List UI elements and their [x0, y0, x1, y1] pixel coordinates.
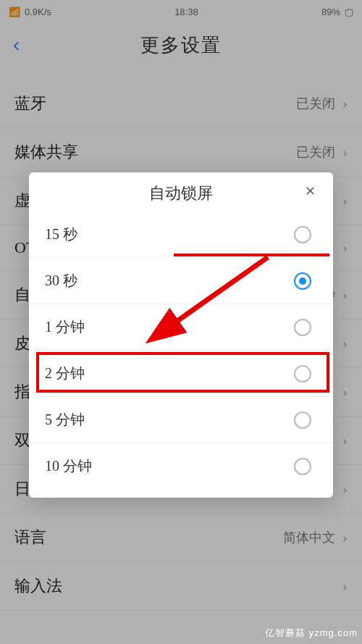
chevron-right-icon: › — [342, 94, 348, 113]
chevron-right-icon: › — [342, 285, 348, 304]
option-label: 10 分钟 — [45, 456, 92, 476]
auto-lock-option[interactable]: 10 分钟 — [29, 443, 333, 489]
dialog-title: 自动锁屏 ✕ — [29, 172, 333, 212]
nav-bar: ‹ 更多设置 — [0, 23, 362, 67]
auto-lock-option[interactable]: 5 分钟 — [29, 396, 333, 443]
chevron-right-icon: › — [342, 191, 348, 210]
option-label: 1 分钟 — [45, 317, 85, 337]
signal-icon: 📶 — [9, 7, 20, 17]
chevron-right-icon: › — [342, 382, 348, 401]
auto-lock-option[interactable]: 15 秒 — [29, 212, 333, 257]
auto-lock-option[interactable]: 30 秒 — [29, 257, 333, 304]
radio-icon[interactable] — [294, 272, 311, 290]
status-bar: 📶 0.9K/s 18:38 89% ▢ — [0, 0, 362, 23]
page-title: 更多设置 — [140, 33, 222, 58]
status-battery: 89% — [321, 7, 340, 17]
settings-row[interactable]: 蓝牙已关闭› — [0, 80, 362, 128]
auto-lock-option[interactable]: 1 分钟 — [29, 304, 333, 350]
row-label: 蓝牙 — [14, 93, 46, 114]
radio-icon[interactable] — [294, 319, 311, 336]
row-value: 简体中文 — [283, 529, 335, 546]
radio-icon[interactable] — [294, 458, 311, 475]
settings-row[interactable]: 媒体共享已关闭› — [0, 128, 362, 177]
watermark: 亿智蘑菇 yzmg.com — [265, 627, 358, 640]
row-value: 已关闭 — [296, 143, 335, 161]
auto-lock-dialog: 自动锁屏 ✕ 15 秒30 秒1 分钟2 分钟5 分钟10 分钟 — [29, 172, 333, 498]
status-time: 18:38 — [174, 7, 198, 17]
row-label: 输入法 — [14, 575, 62, 597]
chevron-right-icon: › — [342, 238, 348, 257]
settings-row[interactable]: 语言简体中文› — [0, 514, 362, 562]
annotation-line-top — [174, 254, 329, 256]
row-label: 语言 — [14, 527, 46, 548]
chevron-right-icon: › — [342, 143, 348, 162]
chevron-right-icon: › — [342, 480, 348, 498]
radio-icon[interactable] — [294, 226, 311, 243]
annotation-highlight-box — [36, 352, 329, 393]
option-label: 15 秒 — [45, 225, 77, 244]
option-label: 30 秒 — [45, 271, 77, 290]
chevron-right-icon: › — [342, 577, 348, 595]
chevron-right-icon: › — [342, 528, 348, 547]
radio-icon[interactable] — [294, 411, 311, 429]
row-value: 已关闭 — [296, 95, 335, 112]
chevron-right-icon: › — [342, 334, 348, 353]
battery-icon: ▢ — [345, 7, 353, 17]
option-label: 5 分钟 — [45, 410, 85, 430]
row-label: 媒体共享 — [14, 141, 78, 163]
back-icon[interactable]: ‹ — [13, 33, 20, 57]
close-icon[interactable]: ✕ — [300, 181, 320, 201]
chevron-right-icon: › — [342, 431, 348, 450]
status-speed: 0.9K/s — [25, 7, 51, 17]
settings-row[interactable]: 输入法› — [0, 562, 362, 611]
